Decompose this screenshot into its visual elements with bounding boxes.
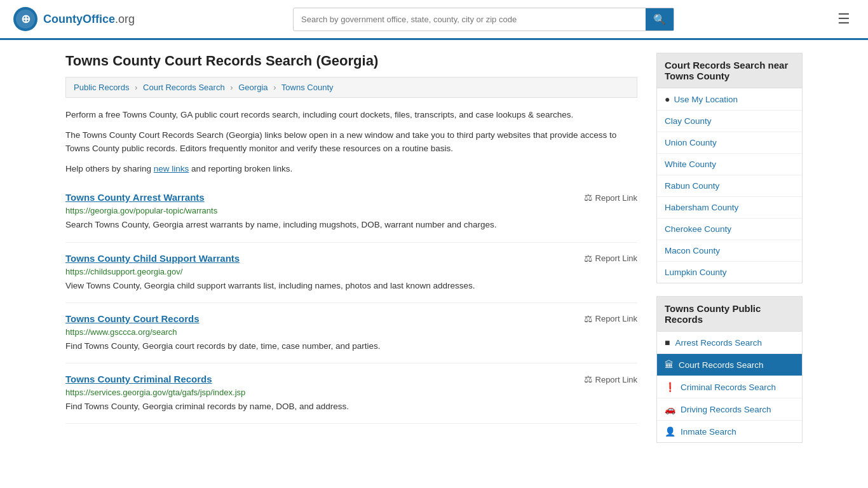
inmate-search-icon: 👤 [665,426,675,437]
record-header: Towns County Criminal Records ⚖ Report L… [65,374,637,385]
court-records-icon: 🏛 [665,360,674,370]
use-location-item: ● Use My Location [657,88,802,111]
pr-item-criminal-records[interactable]: ❗ Criminal Records Search [657,376,802,398]
description-1: Perform a free Towns County, GA public c… [65,108,637,122]
record-header: Towns County Child Support Warrants ⚖ Re… [65,253,637,264]
nearby-county-union[interactable]: Union County [657,132,802,154]
record-url-court-records: https://www.gsccca.org/search [65,327,637,337]
record-header: Towns County Arrest Warrants ⚖ Report Li… [65,192,637,203]
report-link-arrest-warrants[interactable]: ⚖ Report Link [584,192,637,203]
description-2: The Towns County Court Records Search (G… [65,128,637,156]
record-desc-arrest-warrants: Search Towns County, Georgia arrest warr… [65,219,637,231]
report-icon: ⚖ [584,374,592,385]
logo-text: CountyOffice.org [43,13,135,26]
svg-text:⊕: ⊕ [21,13,31,25]
report-link-criminal-records[interactable]: ⚖ Report Link [584,374,637,385]
content-area: Towns County Court Records Search (Georg… [65,53,637,456]
pr-item-arrest-records[interactable]: ■ Arrest Records Search [657,332,802,354]
record-title-child-support[interactable]: Towns County Child Support Warrants [65,253,240,264]
search-button[interactable]: 🔍 [646,8,674,30]
site-header: ⊕ CountyOffice.org 🔍 ☰ [0,0,868,40]
nearby-county-rabun[interactable]: Rabun County [657,175,802,197]
hamburger-menu-button[interactable]: ☰ [832,8,855,30]
search-area: 🔍 [293,8,674,31]
report-link-child-support[interactable]: ⚖ Report Link [584,253,637,264]
description-3: Help others by sharing new links and rep… [65,162,637,176]
nearby-section-title: Court Records Search near Towns County [656,53,803,88]
search-input[interactable] [294,10,646,29]
public-records-list: ■ Arrest Records Search 🏛 Court Records … [656,332,803,443]
breadcrumb-towns-county[interactable]: Towns County [281,83,334,92]
criminal-records-icon: ❗ [665,382,675,392]
record-desc-criminal-records: Find Towns County, Georgia criminal reco… [65,400,637,413]
nearby-county-macon[interactable]: Macon County [657,240,802,262]
breadcrumb: Public Records › Court Records Search › … [65,77,637,98]
sidebar: Court Records Search near Towns County ●… [656,53,803,456]
record-header: Towns County Court Records ⚖ Report Link [65,313,637,325]
logo-icon: ⊕ [13,6,38,32]
record-title-court-records[interactable]: Towns County Court Records [65,313,200,324]
breadcrumb-court-records-search[interactable]: Court Records Search [143,83,225,92]
record-item: Towns County Court Records ⚖ Report Link… [65,303,637,363]
record-url-criminal-records: https://services.georgia.gov/gta/gafs/js… [65,388,637,397]
location-icon: ● [665,94,670,104]
nearby-county-cherokee[interactable]: Cherokee County [657,219,802,240]
records-list: Towns County Arrest Warrants ⚖ Report Li… [65,182,637,424]
main-container: Towns County Court Records Search (Georg… [53,40,815,468]
page-title: Towns County Court Records Search (Georg… [65,53,637,69]
record-title-arrest-warrants[interactable]: Towns County Arrest Warrants [65,192,205,203]
nearby-counties-list: ● Use My Location Clay County Union Coun… [656,88,803,283]
record-item: Towns County Child Support Warrants ⚖ Re… [65,243,637,303]
record-desc-court-records: Find Towns County, Georgia court records… [65,340,637,353]
record-title-criminal-records[interactable]: Towns County Criminal Records [65,374,212,384]
public-records-section-title: Towns County Public Records [656,296,803,332]
pr-item-inmate-search[interactable]: 👤 Inmate Search [657,421,802,442]
arrest-records-icon: ■ [665,337,670,348]
record-item: Towns County Arrest Warrants ⚖ Report Li… [65,182,637,242]
record-url-arrest-warrants: https://georgia.gov/popular-topic/warran… [65,206,637,215]
pr-item-court-records[interactable]: 🏛 Court Records Search [657,354,802,376]
report-link-court-records[interactable]: ⚖ Report Link [584,313,637,325]
breadcrumb-georgia[interactable]: Georgia [238,83,268,92]
nearby-county-white[interactable]: White County [657,154,802,175]
record-url-child-support: https://childsupport.georgia.gov/ [65,267,637,276]
report-icon: ⚖ [584,192,592,203]
record-desc-child-support: View Towns County, Georgia child support… [65,280,637,292]
report-icon: ⚖ [584,313,592,325]
pr-item-driving-records[interactable]: 🚗 Driving Records Search [657,398,802,421]
logo-area: ⊕ CountyOffice.org [13,6,135,32]
driving-records-icon: 🚗 [665,404,675,414]
nearby-county-lumpkin[interactable]: Lumpkin County [657,262,802,283]
nearby-county-clay[interactable]: Clay County [657,111,802,132]
nearby-county-habersham[interactable]: Habersham County [657,197,802,219]
report-icon: ⚖ [584,253,592,264]
new-links-link[interactable]: new links [154,164,189,173]
breadcrumb-public-records[interactable]: Public Records [74,83,129,92]
use-location-link[interactable]: Use My Location [674,95,738,104]
record-item: Towns County Criminal Records ⚖ Report L… [65,363,637,424]
